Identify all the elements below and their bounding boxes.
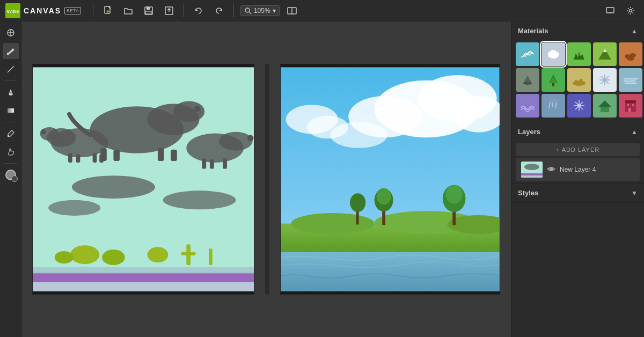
svg-marker-112 — [598, 100, 611, 107]
svg-point-52 — [147, 247, 168, 262]
nvidia-logo: NVIDIA — [5, 3, 20, 18]
svg-marker-88 — [603, 49, 606, 52]
svg-rect-115 — [625, 100, 636, 103]
layer-visibility-icon[interactable] — [547, 165, 555, 174]
svg-point-19 — [7, 53, 9, 55]
material-snow[interactable] — [593, 68, 617, 92]
svg-rect-60 — [33, 282, 254, 291]
layers-title: Layers — [518, 128, 540, 136]
svg-rect-61 — [33, 267, 254, 274]
background-color[interactable] — [11, 175, 18, 182]
svg-rect-30 — [158, 148, 164, 161]
canvas-area — [21, 21, 511, 337]
material-building[interactable] — [619, 94, 642, 118]
toolbar-divider-1 — [93, 4, 93, 17]
tool-fill[interactable] — [3, 84, 19, 100]
svg-rect-37 — [68, 153, 72, 162]
svg-point-36 — [41, 129, 46, 135]
beta-badge: BETA — [64, 7, 81, 14]
svg-point-98 — [575, 80, 577, 82]
svg-rect-122 — [521, 175, 543, 178]
material-mountain[interactable] — [593, 42, 617, 66]
svg-rect-7 — [145, 11, 152, 14]
svg-point-82 — [446, 185, 463, 204]
material-fog[interactable] — [619, 68, 642, 92]
svg-point-47 — [72, 175, 155, 199]
materials-header[interactable]: Materials ▲ — [511, 21, 644, 40]
layers-section: Layers ▲ + ADD LAYER — [511, 122, 644, 184]
material-rain[interactable] — [541, 94, 565, 118]
notifications-button[interactable] — [602, 3, 618, 19]
save-button[interactable] — [141, 3, 157, 19]
new-file-button[interactable] — [100, 3, 116, 19]
layers-header[interactable]: Layers ▲ — [511, 122, 644, 141]
svg-rect-6 — [147, 7, 150, 10]
material-tree[interactable] — [541, 68, 565, 92]
tool-select[interactable] — [3, 25, 19, 41]
photo-scene — [281, 64, 500, 294]
toolbar-right — [602, 3, 639, 19]
open-button[interactable] — [120, 3, 136, 19]
right-panel: Materials ▲ — [511, 21, 644, 337]
material-dirt[interactable] — [619, 42, 642, 66]
svg-line-20 — [8, 66, 14, 72]
compare-button[interactable] — [284, 3, 300, 19]
zoom-dropdown-icon: ▾ — [273, 7, 276, 14]
svg-point-15 — [630, 9, 632, 12]
material-sky[interactable] — [516, 42, 539, 66]
svg-point-49 — [48, 200, 100, 216]
export-button[interactable] — [161, 3, 177, 19]
svg-point-91 — [627, 56, 634, 61]
material-cloud[interactable] — [541, 42, 565, 66]
tool-brush[interactable] — [3, 43, 19, 59]
material-sand[interactable] — [567, 68, 591, 92]
svg-point-43 — [247, 135, 254, 142]
main-area: Materials ▲ — [0, 21, 644, 337]
svg-rect-45 — [210, 159, 214, 169]
settings-button[interactable] — [623, 3, 639, 19]
svg-rect-54 — [181, 252, 196, 255]
layer-item[interactable]: New Layer 4 — [516, 158, 640, 181]
canvas-splitter[interactable] — [265, 64, 269, 295]
svg-point-48 — [163, 191, 236, 209]
svg-rect-44 — [202, 158, 206, 169]
svg-rect-57 — [33, 273, 254, 282]
toolbar-divider-3 — [233, 4, 234, 17]
redo-button[interactable] — [211, 3, 227, 19]
svg-rect-117 — [627, 104, 629, 106]
tool-eyedropper[interactable] — [3, 126, 19, 142]
svg-point-56 — [55, 251, 74, 263]
layer-thumbnail — [521, 162, 543, 178]
svg-point-99 — [580, 79, 583, 82]
svg-rect-113 — [601, 107, 609, 112]
logo-area: NVIDIA CANVAS BETA — [5, 3, 81, 18]
layer-name: New Layer 4 — [560, 166, 634, 173]
styles-title: Styles — [518, 189, 538, 197]
svg-rect-55 — [209, 248, 213, 265]
svg-rect-118 — [632, 104, 634, 106]
drawing-canvas[interactable] — [32, 64, 254, 295]
svg-line-107 — [549, 102, 550, 108]
svg-point-93 — [523, 82, 532, 85]
styles-header[interactable]: Styles ▼ — [511, 184, 644, 202]
svg-rect-29 — [113, 150, 120, 161]
tool-separator-2 — [4, 122, 17, 122]
svg-point-32 — [194, 106, 201, 112]
zoom-control[interactable]: 105% ▾ — [240, 5, 280, 16]
material-water[interactable] — [516, 94, 539, 118]
svg-point-123 — [550, 168, 553, 171]
add-layer-button[interactable]: + ADD LAYER — [516, 143, 640, 156]
undo-button[interactable] — [191, 3, 207, 19]
svg-point-120 — [524, 164, 539, 170]
tool-hand[interactable] — [3, 144, 19, 160]
photo-canvas[interactable] — [280, 64, 500, 295]
tool-gradient[interactable] — [3, 102, 19, 119]
material-rock[interactable] — [516, 68, 539, 92]
color-picker-area[interactable] — [3, 167, 19, 183]
material-grass[interactable] — [567, 42, 591, 66]
material-sparkle[interactable] — [567, 94, 591, 118]
material-roof[interactable] — [593, 94, 617, 118]
svg-point-42 — [219, 132, 252, 151]
svg-rect-74 — [281, 252, 500, 291]
tool-line[interactable] — [3, 61, 19, 77]
